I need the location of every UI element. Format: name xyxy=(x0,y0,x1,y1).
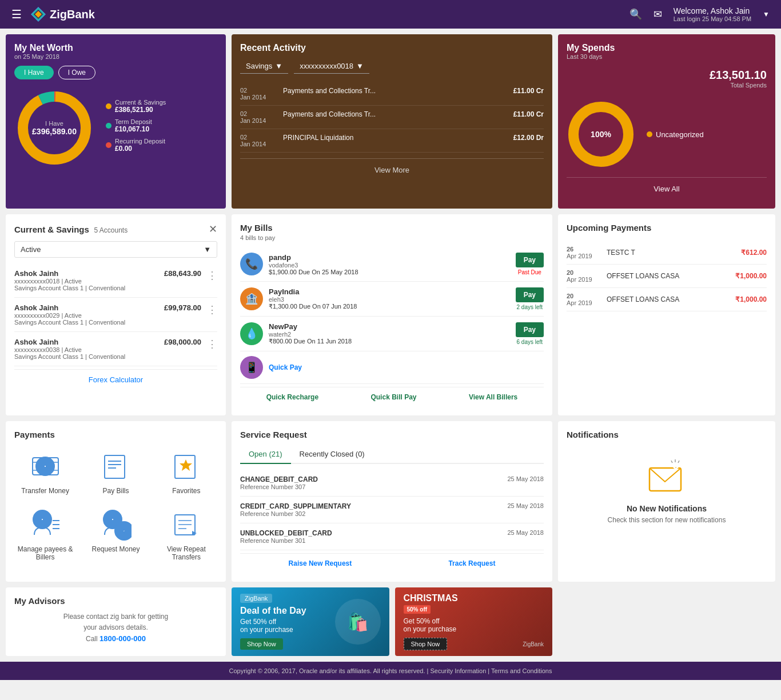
welcome-text: Welcome, Ashok Jain xyxy=(674,6,750,15)
ihave-tab[interactable]: I Have xyxy=(14,66,54,79)
track-request-btn[interactable]: Track Request xyxy=(448,559,495,567)
svg-line-35 xyxy=(678,461,679,463)
legend-value-recurring: £0.00 xyxy=(115,145,165,153)
quick-bill-pay-btn[interactable]: Quick Bill Pay xyxy=(370,393,416,401)
quick-recharge-btn[interactable]: Quick Recharge xyxy=(266,393,318,401)
row4-spacer xyxy=(558,587,775,656)
ra-row-2: 02Jan 2014 Payments and Collections Tr..… xyxy=(240,106,544,129)
payments-grid: Transfer Money $ Pay Bills xyxy=(14,451,217,561)
legend-label-term: Term Deposit xyxy=(115,118,152,125)
favorites-item[interactable]: Favorites xyxy=(156,451,217,495)
cs-account-1-menu[interactable]: ⋮ xyxy=(207,269,217,282)
banner-christmas-logo: ZigBank xyxy=(523,641,544,647)
upcoming-item-2: 20Apr 2019 OFFSET LOANS CASA ₹1,000.00 xyxy=(567,265,767,288)
ra-filter-savings[interactable]: Savings ▼ xyxy=(240,59,288,74)
cs-count: 5 Accounts xyxy=(94,226,128,234)
user-dropdown-icon[interactable]: ▼ xyxy=(763,10,770,18)
ra-row-1: 02Jan 2014 Payments and Collections Tr..… xyxy=(240,82,544,106)
view-all-billers-btn[interactable]: View All Billers xyxy=(469,393,517,401)
spends-total-value: £13,501.10 xyxy=(567,69,767,82)
cs-filter-dropdown[interactable]: Active ▼ xyxy=(14,241,217,258)
cs-account-2-menu[interactable]: ⋮ xyxy=(207,303,217,316)
banner-christmas-btn[interactable]: Shop Now xyxy=(404,638,448,650)
quick-pay-label: Quick Pay xyxy=(269,363,544,371)
view-more-btn[interactable]: View More xyxy=(240,158,544,181)
cs-account-3: Ashok Jainh xxxxxxxxxx0038 | Active Savi… xyxy=(14,332,217,366)
forex-calculator-btn[interactable]: Forex Calculator xyxy=(14,369,217,390)
service-tab-closed[interactable]: Recently Closed (0) xyxy=(291,445,373,463)
iowe-tab[interactable]: I Owe xyxy=(58,66,95,79)
legend-value-savings: £386,521.90 xyxy=(115,106,166,114)
advisors-phone[interactable]: 1800-000-000 xyxy=(99,634,146,643)
svg-text:$: $ xyxy=(119,470,123,478)
nw-legend: Current & Savings £386,521.90 Term Depos… xyxy=(106,99,217,157)
notifications-title: Notifications xyxy=(567,430,767,439)
spends-donut: 100% xyxy=(567,100,635,169)
service-tab-open[interactable]: Open (21) xyxy=(240,445,291,464)
footer-text: Copyright © 2006, 2017, Oracle and/or it… xyxy=(229,667,552,674)
view-repeat-transfers-label: View Repeat Transfers xyxy=(156,545,217,561)
manage-payees-label: Manage payees & Billers xyxy=(14,545,76,561)
raise-new-request-btn[interactable]: Raise New Request xyxy=(289,559,352,567)
search-icon[interactable]: 🔍 xyxy=(629,8,642,21)
spends-title: My Spends xyxy=(567,43,767,53)
transfer-money-icon xyxy=(30,451,61,482)
advisors-text: Please contact zig bank for gettingyour … xyxy=(14,611,217,645)
logo: ZigBank xyxy=(30,6,95,22)
spends-legend-dot xyxy=(647,131,652,137)
no-notifications-text: No New Notifications xyxy=(578,504,755,513)
transfer-money-label: Transfer Money xyxy=(21,487,69,495)
cs-close-btn[interactable]: ✕ xyxy=(209,223,217,235)
menu-icon[interactable]: ☰ xyxy=(11,7,22,21)
nw-title: My Net Worth xyxy=(14,43,217,53)
mail-icon[interactable]: ✉ xyxy=(654,8,662,21)
bill-icon-1: 📞 xyxy=(240,253,263,275)
manage-payees-item[interactable]: Manage payees & Billers xyxy=(14,509,76,561)
svg-line-36 xyxy=(671,461,672,463)
bills-title: My Bills xyxy=(240,223,544,233)
bill-icon-3: 💧 xyxy=(240,322,263,345)
favorites-label: Favorites xyxy=(172,487,200,495)
donut-label-title: I Have xyxy=(32,120,77,127)
banner-christmas-desc: Get 50% offon your purchase xyxy=(404,617,523,633)
upcoming-payments-card: Upcoming Payments 26Apr 2019 TESTC T ₹61… xyxy=(558,214,775,415)
cs-account-3-menu[interactable]: ⋮ xyxy=(207,338,217,350)
bills-card: My Bills 4 bills to pay 📞 pandp vodafone… xyxy=(232,214,552,415)
service-item-2: CREDIT_CARD_SUPPLIMENTARY Reference Numb… xyxy=(240,497,544,523)
banner-zigbank-btn[interactable]: Shop Now xyxy=(240,638,283,650)
call-label: Call xyxy=(86,635,99,643)
view-repeat-transfers-item[interactable]: View Repeat Transfers xyxy=(156,509,217,561)
bill-pay-btn-1[interactable]: Pay xyxy=(516,253,544,267)
banner-zigbank-image: 🛍️ xyxy=(335,599,381,645)
no-notifications-subtext: Check this section for new notifications xyxy=(578,516,755,524)
legend-dot-recurring xyxy=(106,142,111,148)
user-info[interactable]: Welcome, Ashok Jain Last login 25 May 04… xyxy=(674,6,751,22)
legend-value-term: £10,067.10 xyxy=(115,125,152,133)
upcoming-title: Upcoming Payments xyxy=(567,223,767,233)
svg-text:$: $ xyxy=(122,527,126,534)
ra-filter-account[interactable]: xxxxxxxxxx0018 ▼ xyxy=(294,59,369,74)
spends-view-all-btn[interactable]: View All xyxy=(567,177,767,200)
advisors-title: My Advisors xyxy=(14,596,217,606)
notifications-card: Notifications No New Notifications Check… xyxy=(558,421,775,582)
request-money-item[interactable]: $ Request Money xyxy=(85,509,146,561)
current-savings-card: Current & Savings 5 Accounts ✕ Active ▼ … xyxy=(6,214,226,415)
transfer-money-item[interactable]: Transfer Money xyxy=(14,451,76,495)
cs-title: Current & Savings xyxy=(14,225,89,234)
bill-pay-btn-3[interactable]: Pay xyxy=(516,322,544,337)
zigbank-logo-icon xyxy=(30,6,46,22)
spends-total-label: Total Spends xyxy=(567,82,767,89)
banners-row: ZigBank Deal of the Day Get 50% offon yo… xyxy=(232,587,552,656)
cs-account-1: Ashok Jainh xxxxxxxxxx0018 | Active Savi… xyxy=(14,263,217,298)
quick-pay-row: 📱 Quick Pay xyxy=(240,351,544,384)
svg-marker-20 xyxy=(180,459,192,471)
quick-pay-icon: 📱 xyxy=(240,356,263,379)
notification-envelope-icon xyxy=(644,457,690,502)
bill-pay-btn-2[interactable]: Pay xyxy=(516,287,544,302)
bills-footer: Quick Recharge Quick Bill Pay View All B… xyxy=(240,387,544,407)
cs-filter-value: Active xyxy=(21,245,41,254)
pay-bills-item[interactable]: $ Pay Bills xyxy=(85,451,146,495)
banner-zigbank-desc: Get 50% offon your purchase xyxy=(240,618,335,634)
spends-legend-text: Uncategorized xyxy=(656,130,704,139)
zigbank-banner: ZigBank Deal of the Day Get 50% offon yo… xyxy=(232,587,389,656)
